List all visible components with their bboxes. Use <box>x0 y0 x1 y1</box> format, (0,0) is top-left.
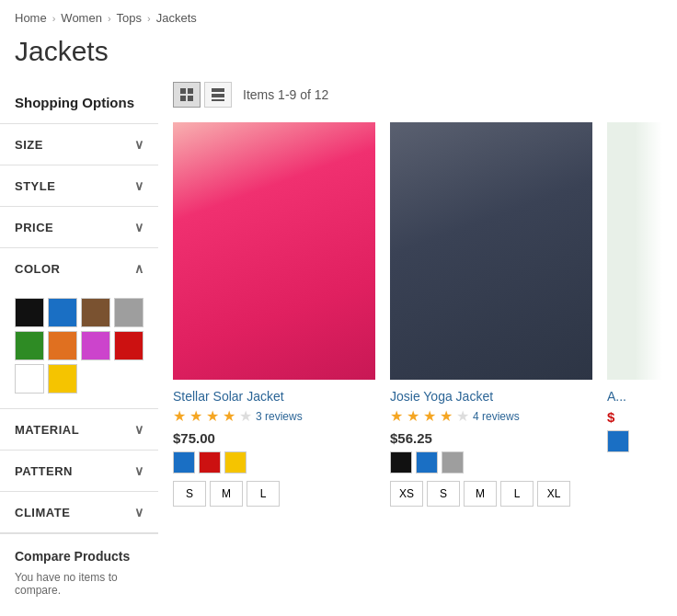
product-swatches-3 <box>607 430 662 452</box>
list-view-button[interactable] <box>204 82 232 108</box>
product-name-3[interactable]: A... <box>607 389 662 404</box>
svg-rect-6 <box>212 99 224 101</box>
breadcrumb-sep-1: › <box>52 13 56 24</box>
filter-size-toggle[interactable]: SIZE ∨ <box>0 124 158 165</box>
color-swatch-black[interactable] <box>15 298 44 327</box>
chevron-down-icon: ∨ <box>134 178 144 193</box>
reviews-link-2[interactable]: 4 reviews <box>473 410 520 423</box>
filter-size-label: SIZE <box>15 138 43 152</box>
star-2-4: ★ <box>440 407 453 425</box>
reviews-link-1[interactable]: 3 reviews <box>256 410 303 423</box>
grid-view-button[interactable] <box>173 82 201 108</box>
size-btn-xl-2[interactable]: XL <box>537 481 570 507</box>
svg-rect-3 <box>188 96 193 101</box>
star-1-2: ★ <box>189 407 202 425</box>
size-options-2: XS S M L XL <box>390 481 592 507</box>
product-grid: Stellar Solar Jacket ★ ★ ★ ★ ★ 3 reviews… <box>173 122 662 514</box>
filter-material: MATERIAL ∨ <box>0 409 158 451</box>
breadcrumb-sep-3: › <box>147 13 151 24</box>
filter-climate-label: CLIMATE <box>15 506 70 519</box>
size-btn-m-1[interactable]: M <box>210 481 243 507</box>
breadcrumb: Home › Women › Tops › Jackets <box>0 0 677 36</box>
color-swatch-yellow[interactable] <box>48 364 77 394</box>
star-1-1: ★ <box>173 407 186 425</box>
toolbar: Items 1-9 of 12 <box>173 82 662 122</box>
color-swatches-container <box>0 289 158 408</box>
product-name-1[interactable]: Stellar Solar Jacket <box>173 389 375 404</box>
size-btn-l-1[interactable]: L <box>247 481 280 507</box>
color-swatch-brown[interactable] <box>81 298 110 327</box>
compare-products: Compare Products You have no items to co… <box>0 533 158 611</box>
star-1-3: ★ <box>206 407 219 425</box>
svg-rect-1 <box>188 88 193 94</box>
product-swatch-1-red[interactable] <box>199 451 221 473</box>
product-stars-1: ★ ★ ★ ★ ★ 3 reviews <box>173 407 375 425</box>
filter-size: SIZE ∨ <box>0 124 158 165</box>
filter-climate: CLIMATE ∨ <box>0 492 158 533</box>
filter-color-toggle[interactable]: COLOR ∧ <box>0 248 158 289</box>
breadcrumb-home[interactable]: Home <box>15 11 47 25</box>
breadcrumb-tops[interactable]: Tops <box>117 11 142 25</box>
filter-pattern: PATTERN ∨ <box>0 451 158 492</box>
filter-climate-toggle[interactable]: CLIMATE ∨ <box>0 492 158 532</box>
view-buttons <box>173 82 232 108</box>
chevron-down-icon: ∨ <box>134 505 144 519</box>
filter-color: COLOR ∧ <box>0 248 158 409</box>
breadcrumb-current: Jackets <box>156 11 197 25</box>
color-swatch-red[interactable] <box>114 331 143 360</box>
star-2-3: ★ <box>423 407 436 425</box>
filter-pattern-toggle[interactable]: PATTERN ∨ <box>0 451 158 491</box>
star-1-5: ★ <box>239 407 252 425</box>
filter-price: PRICE ∨ <box>0 207 158 248</box>
size-btn-l-2[interactable]: L <box>500 481 534 507</box>
chevron-down-icon: ∨ <box>134 137 144 152</box>
color-swatch-green[interactable] <box>15 331 44 360</box>
svg-rect-2 <box>180 96 186 101</box>
sidebar-heading: Shopping Options <box>0 82 158 124</box>
product-swatch-2-black[interactable] <box>390 451 412 473</box>
filter-style: STYLE ∨ <box>0 165 158 207</box>
color-swatch-pink[interactable] <box>81 331 110 360</box>
filter-style-toggle[interactable]: STYLE ∨ <box>0 165 158 206</box>
product-card-2: Josie Yoga Jacket ★ ★ ★ ★ ★ 4 reviews $5… <box>390 122 592 514</box>
color-swatch-orange[interactable] <box>48 331 77 360</box>
product-swatch-1-blue[interactable] <box>173 451 195 473</box>
filter-style-label: STYLE <box>15 179 55 193</box>
product-price-3: $ <box>607 409 662 425</box>
size-btn-s-2[interactable]: S <box>427 481 460 507</box>
color-swatch-gray[interactable] <box>114 298 143 327</box>
svg-rect-4 <box>212 88 224 92</box>
product-price-2: $56.25 <box>390 430 592 446</box>
product-swatches-1 <box>173 451 375 473</box>
items-count: Items 1-9 of 12 <box>243 87 328 102</box>
filter-material-label: MATERIAL <box>15 423 79 437</box>
breadcrumb-women[interactable]: Women <box>61 11 102 25</box>
size-btn-m-2[interactable]: M <box>464 481 497 507</box>
star-2-2: ★ <box>407 407 419 425</box>
product-name-2[interactable]: Josie Yoga Jacket <box>390 389 592 404</box>
product-image-3[interactable] <box>607 122 662 380</box>
size-btn-xs-2[interactable]: XS <box>390 481 423 507</box>
main-content: Items 1-9 of 12 Stellar Solar Jacket ★ ★… <box>158 82 677 611</box>
product-swatch-1-yellow[interactable] <box>224 451 247 473</box>
filter-price-toggle[interactable]: PRICE ∨ <box>0 207 158 247</box>
color-swatch-blue[interactable] <box>48 298 77 327</box>
filter-price-label: PRICE <box>15 221 53 234</box>
chevron-down-icon: ∨ <box>134 463 144 478</box>
page-title: Jackets <box>0 36 677 82</box>
size-btn-s-1[interactable]: S <box>173 481 206 507</box>
product-image-1[interactable] <box>173 122 375 380</box>
product-swatch-2-blue[interactable] <box>416 451 438 473</box>
product-swatches-2 <box>390 451 592 473</box>
product-image-2[interactable] <box>390 122 592 380</box>
svg-rect-0 <box>180 88 186 94</box>
compare-title: Compare Products <box>15 549 143 564</box>
star-2-5: ★ <box>456 407 469 425</box>
chevron-down-icon: ∨ <box>134 422 144 437</box>
product-swatch-2-gray[interactable] <box>442 451 464 473</box>
list-icon <box>211 87 225 102</box>
color-swatch-white[interactable] <box>15 364 44 394</box>
filter-material-toggle[interactable]: MATERIAL ∨ <box>0 409 158 450</box>
star-2-1: ★ <box>390 407 403 425</box>
product-swatch-3-blue[interactable] <box>607 430 629 452</box>
